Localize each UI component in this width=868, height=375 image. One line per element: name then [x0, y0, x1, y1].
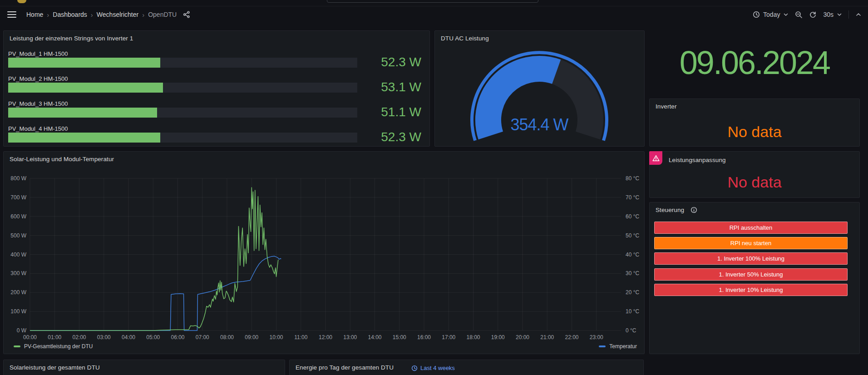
legend-color-dash [14, 345, 20, 347]
bar-gauge-label: PV_Modul_1 HM-1500 [8, 50, 429, 58]
svg-text:23:00: 23:00 [590, 334, 603, 340]
bar-gauge-label: PV_Modul_2 HM-1500 [8, 75, 429, 83]
breadcrumb: Home›Dashboards›Wechselrichter›OpenDTU [26, 11, 177, 19]
svg-text:400 W: 400 W [10, 252, 26, 258]
bar-gauge-label: PV_Modul_4 HM-1500 [8, 125, 429, 133]
breadcrumb-separator: › [47, 11, 49, 19]
gauge: 354.4 W [435, 31, 644, 146]
bar-gauge-row: PV_Modul_3 HM-150051.1 W [8, 100, 429, 125]
bar-gauge-value: 53.1 W [381, 79, 421, 95]
svg-text:16:00: 16:00 [417, 334, 431, 340]
bar-gauge-track [8, 108, 357, 118]
control-button-1[interactable]: RPI ausschalten [654, 222, 848, 234]
panel-solarleistung-gesamt: Solarleistung der gesamten DTU [3, 360, 285, 375]
breadcrumb-separator: › [142, 11, 144, 19]
svg-text:12:00: 12:00 [319, 334, 332, 340]
bar-gauge-track [8, 83, 357, 93]
svg-text:80 °C: 80 °C [626, 175, 639, 182]
breadcrumb-separator: › [91, 11, 93, 19]
control-button-5[interactable]: 1. Inverter 10% Leistung [654, 284, 848, 296]
panel-title[interactable]: Inverter [656, 103, 677, 110]
panel-solar-leistung-chart: 0 W0 °C100 W10 °C200 W20 °C300 W30 °C400… [3, 151, 645, 354]
panel-title[interactable]: Solar-Leistung und Modul-Temperatur [10, 156, 114, 163]
bar-gauge-value: 51.1 W [381, 104, 421, 120]
top-nav-strip [0, 0, 868, 6]
svg-text:20 °C: 20 °C [626, 289, 639, 296]
svg-text:06:00: 06:00 [171, 334, 184, 340]
header-controls: Today 30s [753, 10, 862, 19]
refresh-interval-label: 30s [823, 11, 833, 18]
panel-inverter: Inverter No data [649, 99, 860, 147]
share-icon[interactable] [183, 11, 190, 18]
svg-text:800 W: 800 W [10, 175, 26, 182]
bar-gauge-fill [8, 133, 160, 143]
panel-energie-pro-tag: Energie pro Tag der gesamten DTU Last 4 … [289, 360, 644, 375]
time-series-chart: 0 W0 °C100 W10 °C200 W20 °C300 W30 °C400… [4, 152, 644, 354]
svg-text:08:00: 08:00 [220, 334, 234, 340]
svg-text:10 °C: 10 °C [626, 308, 639, 315]
svg-text:100 W: 100 W [10, 308, 26, 315]
svg-text:18:00: 18:00 [466, 334, 480, 340]
svg-text:600 W: 600 W [10, 213, 26, 220]
bar-gauge-value: 52.3 W [381, 54, 421, 70]
refresh-interval-picker[interactable]: 30s [823, 11, 842, 18]
svg-text:13:00: 13:00 [343, 334, 357, 340]
legend-item-temperatur[interactable]: Temperatur [599, 343, 637, 350]
svg-text:0 °C: 0 °C [626, 327, 636, 334]
breadcrumb-item-dashboards[interactable]: Dashboards [53, 11, 87, 18]
svg-text:19:00: 19:00 [491, 334, 505, 340]
svg-text:03:00: 03:00 [97, 334, 111, 340]
clock-icon [753, 11, 760, 18]
chevron-down-icon [837, 12, 842, 17]
breadcrumb-item-opendtu[interactable]: OpenDTU [148, 11, 177, 18]
svg-text:30 °C: 30 °C [626, 270, 639, 276]
info-icon[interactable] [690, 207, 697, 213]
panel-title[interactable]: Leistung der einzelnen Strings von Inver… [10, 35, 133, 42]
panel-title[interactable]: Solarleistung der gesamten DTU [10, 364, 100, 371]
svg-text:300 W: 300 W [10, 270, 26, 276]
menu-icon[interactable] [7, 9, 23, 20]
control-button-3[interactable]: 1. Inverter 100% Leistung [654, 252, 848, 265]
grafana-logo [17, 0, 26, 3]
search-input[interactable] [327, 0, 538, 3]
last-4-weeks-link[interactable]: Last 4 weeks [411, 365, 455, 371]
panel-leistungsanpassung: Leistungsanpassung No data [649, 151, 860, 198]
refresh-icon[interactable] [809, 11, 817, 19]
breadcrumb-item-wechselrichter[interactable]: Wechselrichter [97, 11, 138, 18]
no-data-text: No data [650, 123, 859, 141]
svg-text:05:00: 05:00 [146, 334, 160, 340]
bar-gauge-track [8, 133, 357, 143]
legend-label: Temperatur [609, 343, 637, 350]
zoom-out-icon[interactable] [795, 11, 803, 19]
chevron-down-icon [783, 12, 789, 17]
bar-gauge-row: PV_Modul_1 HM-150052.3 W [8, 50, 429, 75]
link-label: Last 4 weeks [420, 365, 455, 371]
panel-title[interactable]: Steuerung [656, 207, 684, 213]
legend-item-pv-leistung[interactable]: PV-Gesamtleistung der DTU [14, 343, 93, 350]
clock-icon [411, 365, 418, 371]
bar-gauge-label: PV_Modul_3 HM-1500 [8, 100, 429, 108]
collapse-controls-icon[interactable] [855, 11, 862, 18]
bar-gauge-track [8, 58, 357, 68]
bar-gauge-row: PV_Modul_4 HM-150052.3 W [8, 125, 429, 150]
control-button-2[interactable]: RPI neu starten [654, 237, 848, 249]
panel-alert-badge[interactable] [649, 151, 662, 165]
svg-text:40 °C: 40 °C [626, 252, 639, 258]
svg-text:09:00: 09:00 [245, 334, 258, 340]
svg-text:00:00: 00:00 [23, 334, 37, 340]
svg-text:01:00: 01:00 [48, 334, 61, 340]
svg-text:0 W: 0 W [17, 327, 27, 334]
svg-text:04:00: 04:00 [122, 334, 135, 340]
no-data-text: No data [650, 173, 859, 191]
breadcrumb-item-home[interactable]: Home [26, 11, 43, 18]
svg-text:21:00: 21:00 [540, 334, 554, 340]
gauge-value: 354.4 W [510, 115, 568, 134]
bar-gauge-fill [8, 58, 160, 68]
control-button-4[interactable]: 1. Inverter 50% Leistung [654, 268, 848, 281]
time-range-picker[interactable]: Today [753, 11, 789, 18]
panel-title[interactable]: Leistungsanpassung [669, 157, 726, 163]
svg-text:10:00: 10:00 [269, 334, 283, 340]
svg-text:07:00: 07:00 [196, 334, 209, 340]
panel-title[interactable]: Energie pro Tag der gesamten DTU [296, 364, 394, 371]
legend-label: PV-Gesamtleistung der DTU [24, 343, 93, 350]
